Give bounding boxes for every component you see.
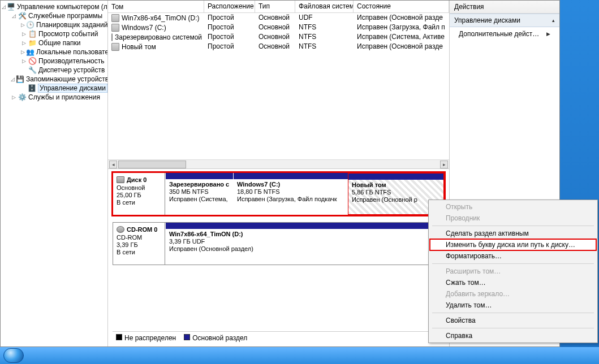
legend-unallocated: Не распределен (116, 334, 176, 342)
legend-primary: Основной раздел (184, 334, 247, 342)
tree-storage[interactable]: ◿ 💾 Запоминающие устройства (1, 75, 107, 84)
menu-extend-volume[interactable]: Расширить том… (430, 266, 596, 277)
partition-context-menu[interactable]: Открыть Проводник Сделать раздел активны… (428, 200, 598, 343)
menu-open[interactable]: Открыть (430, 201, 596, 213)
actions-more[interactable]: Дополнительные дейст… ▶ (450, 27, 559, 41)
volume-icon (111, 33, 113, 41)
volume-icon (111, 24, 119, 32)
tree-device-manager[interactable]: 🔧 Диспетчер устройств (1, 66, 107, 75)
scroll-right-icon[interactable]: ▸ (440, 161, 448, 168)
col-volume[interactable]: Том (108, 1, 204, 12)
tree-task-scheduler[interactable]: ▷ 🕒 Планировщик заданий (1, 20, 107, 29)
col-filesystem[interactable]: Файловая система (295, 1, 354, 12)
expand-icon[interactable]: ▷ (21, 31, 27, 37)
nav-tree[interactable]: ◿ 🖥️ Управление компьютером (ло ◿ 🛠️ Слу… (1, 1, 108, 346)
disk-map: Диск 0 Основной 25,00 ГБ В сети Зарезерв… (108, 169, 449, 346)
expand-icon[interactable]: ▷ (21, 49, 25, 55)
disk-0-header[interactable]: Диск 0 Основной 25,00 ГБ В сети (113, 173, 165, 215)
tree-system-tools[interactable]: ◿ 🛠️ Служебные программы (1, 11, 107, 20)
tree-disk-management[interactable]: 🗄️ Управление дисками (1, 84, 107, 93)
tree-local-users[interactable]: ▷ 👥 Локальные пользовате (1, 47, 107, 57)
tree-performance[interactable]: ▷ 🚫 Производительность (1, 57, 107, 66)
volume-row[interactable]: Зарезервировано системой Простой Основно… (108, 32, 449, 42)
hdd-icon (117, 176, 124, 183)
col-type[interactable]: Тип (255, 1, 295, 12)
legend: Не распределен Основной раздел (113, 331, 445, 344)
volume-icon (111, 14, 119, 22)
collapse-arrow-icon: ▴ (552, 18, 555, 23)
cdrom-icon (117, 226, 124, 233)
collapse-icon[interactable]: ◿ (2, 4, 6, 10)
users-icon: 👥 (26, 47, 35, 57)
actions-title: Действия (450, 1, 559, 14)
menu-add-mirror[interactable]: Добавить зеркало… (430, 288, 596, 300)
volume-table-header: Том Расположение Тип Файловая система Со… (108, 1, 449, 13)
horizontal-scrollbar[interactable]: ◂ ▸ (108, 159, 449, 168)
start-button[interactable] (3, 348, 24, 363)
perf-icon: 🚫 (28, 57, 37, 66)
actions-section-disk-management[interactable]: Управление дисками ▴ (450, 14, 559, 27)
scroll-left-icon[interactable]: ◂ (109, 161, 117, 168)
disk-0[interactable]: Диск 0 Основной 25,00 ГБ В сети Зарезерв… (113, 172, 445, 215)
main-pane: Том Расположение Тип Файловая система Со… (108, 1, 449, 346)
menu-make-active[interactable]: Сделать раздел активным (430, 228, 596, 239)
storage-icon: 💾 (16, 75, 24, 84)
collapse-icon[interactable]: ◿ (11, 13, 16, 19)
menu-delete-volume[interactable]: Удалить том… (430, 300, 596, 311)
tools-icon: 🛠️ (18, 11, 27, 20)
tree-services[interactable]: ▷ ⚙️ Службы и приложения (1, 93, 107, 102)
menu-format[interactable]: Форматировать… (430, 250, 596, 262)
volume-icon (111, 43, 119, 51)
volume-row[interactable]: Новый том Простой Основной NTFS Исправен… (108, 42, 449, 51)
col-layout[interactable]: Расположение (204, 1, 255, 12)
chevron-right-icon: ▶ (546, 31, 550, 37)
cdrom-0[interactable]: CD-ROM 0 CD-ROM 3,39 ГБ В сети Win7x86-x… (113, 222, 445, 265)
menu-properties[interactable]: Свойства (430, 315, 596, 326)
tree-shared-folders[interactable]: ▷ 📁 Общие папки (1, 38, 107, 47)
tree-event-viewer[interactable]: ▷ 📋 Просмотр событий (1, 29, 107, 38)
expand-icon[interactable]: ▷ (21, 58, 27, 64)
menu-shrink-volume[interactable]: Сжать том… (430, 277, 596, 288)
partition-system-reserved[interactable]: Зарезервировано с 350 МБ NTFS Исправен (… (165, 173, 233, 215)
partition-windows7-c[interactable]: Windows7 (C:) 18,80 ГБ NTFS Исправен (За… (233, 173, 348, 215)
volume-row[interactable]: Win7x86-x64_TimON (D:) Простой Основной … (108, 13, 449, 23)
col-status[interactable]: Состояние (354, 1, 449, 12)
taskbar[interactable] (0, 347, 599, 364)
menu-change-drive-letter[interactable]: Изменить букву диска или путь к диску… (430, 239, 596, 250)
device-icon: 🔧 (28, 66, 37, 75)
scroll-thumb[interactable] (118, 161, 186, 168)
event-icon: 📋 (28, 29, 37, 38)
computer-icon: 🖥️ (7, 2, 15, 11)
services-icon: ⚙️ (18, 93, 27, 102)
folder-icon: 📁 (28, 38, 37, 47)
menu-help[interactable]: Справка (430, 330, 596, 341)
expand-icon[interactable]: ▷ (21, 40, 27, 46)
volume-table: Том Расположение Тип Файловая система Со… (108, 1, 449, 169)
expand-icon[interactable]: ▷ (11, 94, 16, 100)
collapse-icon[interactable]: ◿ (11, 76, 15, 82)
clock-icon: 🕒 (26, 20, 35, 29)
menu-explorer[interactable]: Проводник (430, 213, 596, 224)
partition-cdrom-d[interactable]: Win7x86-x64_TimON (D:) 3,39 ГБ UDF Испра… (165, 223, 444, 265)
expand-icon[interactable]: ▷ (21, 22, 25, 28)
tree-root[interactable]: ◿ 🖥️ Управление компьютером (ло (1, 2, 107, 11)
volume-row[interactable]: Windows7 (C:) Простой Основной NTFS Испр… (108, 23, 449, 32)
cdrom-0-header[interactable]: CD-ROM 0 CD-ROM 3,39 ГБ В сети (113, 223, 165, 265)
disk-icon: 🗄️ (28, 84, 36, 93)
